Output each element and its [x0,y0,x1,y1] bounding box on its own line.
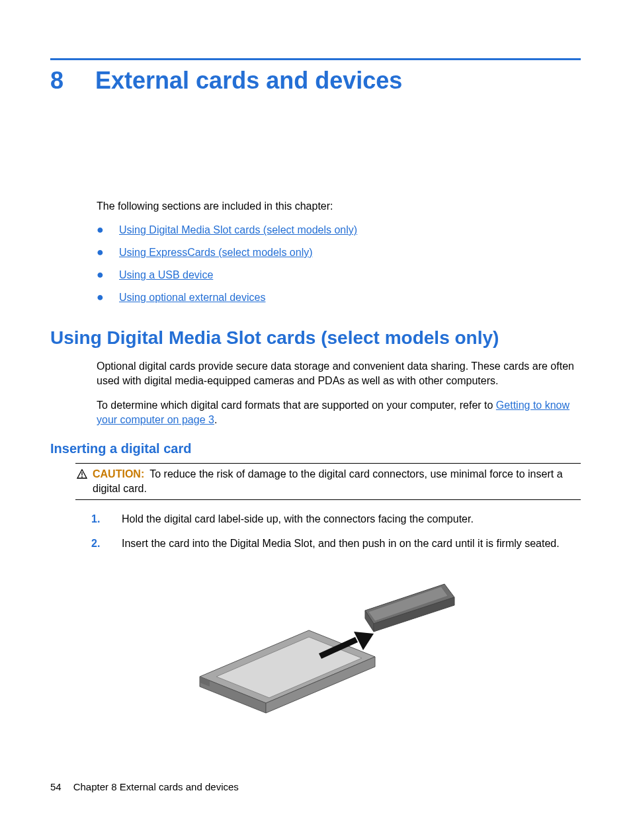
steps-list: 1. Hold the digital card label-side up, … [91,512,581,551]
step-text: Insert the card into the Digital Media S… [122,536,560,551]
body-paragraph: To determine which digital card formats … [97,398,581,428]
caution-content: CAUTION:To reduce the risk of damage to … [93,467,579,497]
chapter-title: 8 External cards and devices [50,67,581,95]
toc-item: ● Using Digital Media Slot cards (select… [97,224,581,236]
caution-label: CAUTION: [93,468,144,480]
toc-link[interactable]: Using optional external devices [119,292,265,304]
chapter-title-text: External cards and devices [95,67,402,95]
caution-text: To reduce the risk of damage to the digi… [93,468,563,494]
toc-item: ● Using optional external devices [97,292,581,304]
step-number: 1. [91,512,122,526]
body-paragraph: Optional digital cards provide secure da… [97,359,581,389]
toc-list: ● Using Digital Media Slot cards (select… [97,224,581,304]
bullet-icon: ● [97,292,119,302]
section-body: Optional digital cards provide secure da… [97,359,581,428]
toc-link[interactable]: Using a USB device [119,269,213,281]
toc-item: ● Using ExpressCards (select models only… [97,247,581,259]
step-item: 1. Hold the digital card label-side up, … [91,512,581,526]
bullet-icon: ● [97,247,119,257]
caution-icon [77,468,87,483]
step-number: 2. [91,536,122,551]
para-suffix: . [214,414,217,425]
svg-point-1 [81,476,83,478]
chapter-number: 8 [50,67,63,95]
chapter-rule [50,58,581,60]
section-heading: Using Digital Media Slot cards (select m… [50,327,581,349]
para-prefix: To determine which digital card formats … [97,399,496,411]
intro-text: The following sections are included in t… [97,200,581,212]
step-text: Hold the digital card label-side up, wit… [122,512,474,526]
subsection-heading: Inserting a digital card [50,441,581,456]
caution-box: CAUTION:To reduce the risk of damage to … [75,463,581,501]
toc-link[interactable]: Using ExpressCards (select models only) [119,247,313,259]
page-footer: 54 Chapter 8 External cards and devices [50,781,239,792]
toc-link[interactable]: Using Digital Media Slot cards (select m… [119,224,357,236]
toc-item: ● Using a USB device [97,269,581,281]
step-item: 2. Insert the card into the Digital Medi… [91,536,581,551]
page-number: 54 [50,781,62,792]
bullet-icon: ● [97,269,119,280]
bullet-icon: ● [97,224,119,235]
insert-card-illustration [50,571,581,743]
footer-chapter-label: Chapter 8 External cards and devices [73,781,239,792]
